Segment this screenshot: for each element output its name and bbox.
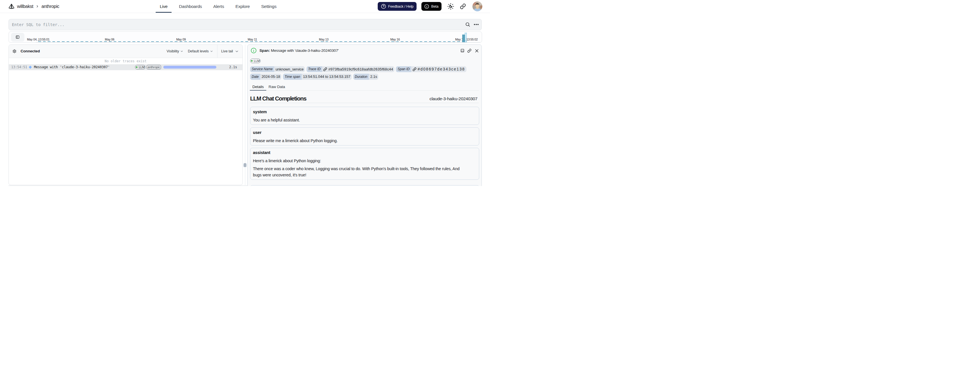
chevron-down-icon [235, 49, 239, 53]
diamond-icon [29, 66, 32, 69]
sql-filter-bar [8, 19, 482, 30]
gear-icon[interactable] [13, 49, 16, 53]
llm-badge: LLM [135, 65, 145, 70]
duration-bar [163, 66, 216, 68]
no-older-traces-message: No older traces exist [9, 58, 242, 64]
visibility-dropdown[interactable]: Visibility [167, 49, 183, 53]
span-detail-tabs: Details Raw Data [250, 83, 479, 90]
live-tail-dropdown[interactable]: Live tail [221, 49, 239, 53]
info-circle-green-icon [251, 47, 257, 54]
time-axis-line [36, 42, 480, 43]
message-role: system [253, 109, 476, 115]
link-chain-icon [413, 67, 417, 71]
trace-message: Message with 'claude-3-haiku-20240307' [34, 65, 110, 69]
date-chip[interactable]: Date 2024-05-18 [250, 74, 281, 80]
llm-section-header: LLM Chat Completions claude-3-haiku-2024… [250, 95, 477, 103]
chevron-down-icon [210, 50, 213, 53]
link-icon[interactable] [460, 3, 466, 9]
span-panel-actions [460, 49, 479, 53]
message-content: Please write me a limerick about Python … [253, 138, 476, 144]
app-page: willbakst anthropic Live Dashboards Aler… [0, 0, 490, 186]
anthropic-badge: anthropic [146, 65, 161, 70]
link-chain-icon [323, 67, 327, 71]
top-bar: willbakst anthropic Live Dashboards Aler… [0, 0, 490, 13]
message-content-2: There once was a coder who knew, Logging… [253, 166, 465, 178]
close-icon[interactable] [475, 49, 479, 53]
breadcrumb: willbakst anthropic [8, 0, 59, 13]
sql-filter-input[interactable] [12, 19, 457, 30]
trace-timestamp: 13:54:51 [11, 65, 27, 69]
message-role: user [253, 130, 476, 135]
app-logo-icon[interactable] [8, 4, 14, 9]
message-card-system: system You are a helpful assistant. [250, 107, 479, 125]
info-circle-icon [424, 4, 429, 9]
trace-row[interactable]: 13:54:51 Message with 'claude-3-haiku-20… [9, 64, 242, 70]
green-dot-icon [251, 60, 253, 62]
message-card-user: user Please write me a limerick about Py… [250, 127, 479, 146]
below-panel-gutter [8, 185, 247, 186]
span-title: Span: Message with 'claude-3-haiku-20240… [259, 48, 339, 53]
question-circle-icon [381, 4, 386, 9]
time-span-chip[interactable]: Time span 13:54:51.044 to 13:54:53.157 [283, 74, 352, 80]
default-levels-dropdown[interactable]: Default levels [188, 49, 213, 53]
green-dot-icon [136, 66, 138, 68]
model-name: claude-3-haiku-20240307 [430, 96, 477, 101]
message-role: assistant [253, 150, 476, 155]
histogram-baseline [38, 41, 466, 42]
search-actions [465, 19, 479, 30]
tab-details[interactable]: Details [250, 83, 266, 90]
message-content: You are a helpful assistant. [253, 117, 476, 123]
span-id-chip[interactable]: Span ID #d08697de343ce138 [396, 66, 466, 73]
llm-badge: LLM [250, 59, 261, 63]
chevron-right-icon [36, 5, 39, 8]
panel-bottom-icon[interactable] [460, 49, 465, 53]
duration-chip[interactable]: Duration 2.1s [353, 74, 379, 80]
chevron-down-icon [180, 50, 183, 53]
duration-value: 2.1s [229, 65, 237, 69]
message-card-assistant: assistant Here's a limerick about Python… [250, 148, 479, 180]
nav-tab-settings[interactable]: Settings [257, 0, 280, 13]
span-details-panel: Span: Message with 'claude-3-haiku-20240… [247, 44, 482, 186]
connection-status: Connected [21, 49, 40, 53]
nav-tab-explore[interactable]: Explore [231, 0, 254, 13]
span-properties-row-2: Date 2024-05-18 Time span 13:54:51.044 t… [250, 74, 378, 80]
time-range-chart: May 04, 13:55:01 May 06 May 09 May 11 Ma… [8, 32, 482, 43]
copy-link-icon[interactable] [467, 49, 472, 53]
user-avatar[interactable] [473, 2, 482, 11]
traces-panel-header: Connected Visibility Default levels Live… [9, 45, 242, 58]
breadcrumb-project[interactable]: anthropic [41, 4, 59, 9]
search-icon[interactable] [465, 22, 470, 27]
trace-id-chip[interactable]: Trace ID #973fba5919cf9c618aafdb2635f68c… [307, 66, 395, 73]
message-card-partial [250, 185, 479, 186]
panel-left-toggle-button[interactable] [11, 33, 25, 42]
main-nav: Live Dashboards Alerts Explore Settings [156, 0, 283, 13]
service-name-chip[interactable]: Service Name unknown_service [250, 66, 305, 73]
traces-panel-controls: Visibility Default levels Live tail [167, 45, 242, 58]
time-range-selection[interactable] [465, 33, 467, 42]
nav-tab-dashboards[interactable]: Dashboards [175, 0, 206, 13]
message-content: Here's a limerick about Python logging: [253, 158, 476, 164]
span-panel-header: Span: Message with 'claude-3-haiku-20240… [248, 45, 482, 57]
traces-panel: Connected Visibility Default levels Live… [8, 44, 243, 185]
header-divider [217, 45, 218, 58]
tab-raw-data[interactable]: Raw Data [266, 83, 288, 90]
active-tab-underline [156, 12, 172, 13]
topbar-actions: Feedback / Help Beta [378, 0, 482, 13]
more-options-icon[interactable] [474, 24, 479, 25]
span-properties-row-1: Service Name unknown_service Trace ID #9… [250, 66, 466, 73]
nav-tab-live[interactable]: Live [156, 0, 172, 13]
beta-button[interactable]: Beta [422, 2, 442, 11]
panel-resize-handle[interactable] [243, 163, 247, 168]
active-tab-underline [250, 90, 266, 90]
feedback-help-button[interactable]: Feedback / Help [378, 2, 417, 11]
nav-tab-alerts[interactable]: Alerts [209, 0, 228, 13]
section-divider [250, 103, 479, 103]
section-title: LLM Chat Completions [250, 95, 306, 102]
breadcrumb-org[interactable]: willbakst [17, 4, 33, 9]
theme-toggle-sun-moon-icon[interactable] [447, 3, 454, 10]
grip-dots-icon [244, 163, 246, 167]
